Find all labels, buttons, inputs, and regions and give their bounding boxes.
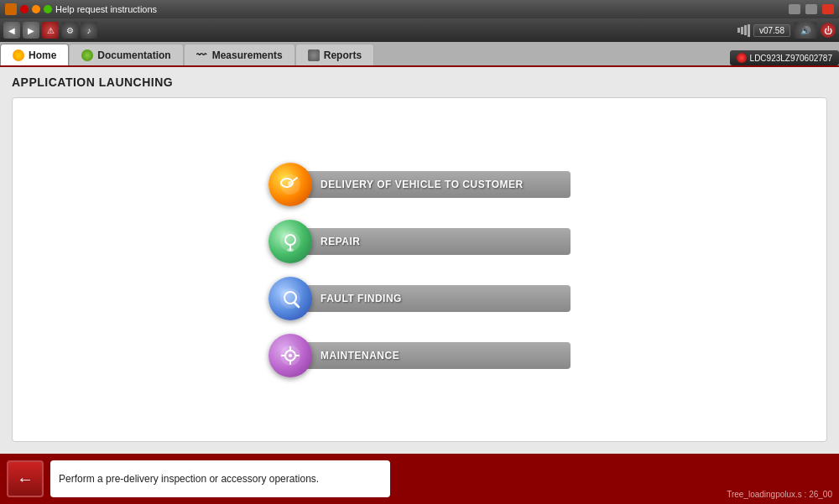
tab-reports[interactable]: Reports xyxy=(295,44,374,65)
traffic-light-orange xyxy=(32,5,40,13)
maintenance-icon xyxy=(268,334,312,377)
vehicle-id-badge: LDC923LZ970602787 xyxy=(730,50,839,65)
toolbar-right: v07.58 🔊 ⏻ xyxy=(737,22,836,39)
delivery-label: DELIVERY OF VEHICLE TO CUSTOMER xyxy=(307,171,571,198)
documentation-tab-icon xyxy=(81,49,93,61)
fault-button[interactable]: FAULT FINDING xyxy=(268,277,571,320)
file-info: Tree_loadingpolux.s : 26_00 xyxy=(727,490,832,501)
home-tab-icon xyxy=(13,49,24,61)
status-text: Perform a pre-delivery inspection or acc… xyxy=(59,473,319,485)
delivery-button[interactable]: DELIVERY OF VEHICLE TO CUSTOMER xyxy=(268,163,571,206)
delivery-icon xyxy=(268,163,312,206)
tab-documentation[interactable]: Documentation xyxy=(69,44,183,65)
nav-forward-icon[interactable]: ▶ xyxy=(23,22,39,39)
repair-button[interactable]: REPAIR xyxy=(268,220,571,263)
bottom-bar: ← Perform a pre-delivery inspection or a… xyxy=(0,454,839,504)
content-panel: DELIVERY OF VEHICLE TO CUSTOMER REPAIR xyxy=(12,97,827,442)
volume-icon[interactable]: ♪ xyxy=(81,22,97,39)
back-button[interactable]: ← xyxy=(7,460,44,497)
measurements-tab-icon: 〰 xyxy=(196,49,208,61)
tab-home-label: Home xyxy=(29,49,56,61)
maximize-button[interactable] xyxy=(805,4,817,14)
traffic-light-red xyxy=(20,5,29,13)
svg-point-13 xyxy=(289,354,292,357)
close-button[interactable] xyxy=(822,4,834,14)
audio-icon[interactable]: 🔊 xyxy=(794,22,817,39)
tab-home[interactable]: Home xyxy=(0,44,69,65)
vehicle-id-icon xyxy=(737,53,747,63)
minimize-button[interactable] xyxy=(789,4,800,14)
tab-measurements[interactable]: 〰 Measurements xyxy=(184,44,295,65)
version-badge: v07.58 xyxy=(753,24,790,37)
title-bar-left: Help request instructions xyxy=(5,3,157,15)
maintenance-label: MAINTENANCE xyxy=(307,342,571,369)
tab-measurements-label: Measurements xyxy=(212,49,283,61)
settings-icon[interactable]: ⚙ xyxy=(61,22,78,39)
page-title: APPLICATION LAUNCHING xyxy=(12,75,827,89)
repair-icon xyxy=(268,220,312,263)
toolbar-left: ◀ ▶ ⚠ ⚙ ♪ xyxy=(3,22,97,39)
main-content: APPLICATION LAUNCHING DELIVERY OF VEHICL… xyxy=(0,67,839,454)
tab-reports-label: Reports xyxy=(324,49,362,61)
fault-icon xyxy=(268,277,312,320)
svg-point-7 xyxy=(287,248,294,252)
tab-documentation-label: Documentation xyxy=(97,49,170,61)
maintenance-button[interactable]: MAINTENANCE xyxy=(268,334,571,377)
app-icon xyxy=(5,3,17,15)
nav-back-icon[interactable]: ◀ xyxy=(3,22,20,39)
toolbar-nav-icons: ◀ ▶ ⚠ ⚙ ♪ xyxy=(3,22,97,39)
reports-tab-icon xyxy=(308,49,320,61)
title-bar: Help request instructions xyxy=(0,0,839,18)
svg-point-2 xyxy=(288,181,293,186)
toolbar: ◀ ▶ ⚠ ⚙ ♪ v07.58 🔊 ⏻ xyxy=(0,18,839,42)
repair-label: REPAIR xyxy=(307,228,571,255)
power-icon[interactable]: ⏻ xyxy=(821,23,836,38)
vehicle-id-text: LDC923LZ970602787 xyxy=(750,54,832,63)
fault-label: FAULT FINDING xyxy=(307,285,571,312)
signal-icon xyxy=(737,24,750,37)
traffic-light-green xyxy=(44,5,52,13)
back-arrow-icon: ← xyxy=(17,470,34,489)
title-bar-right xyxy=(789,4,834,14)
warning-icon[interactable]: ⚠ xyxy=(42,22,59,39)
tab-bar: Home Documentation 〰 Measurements Report… xyxy=(0,42,839,67)
title-bar-title: Help request instructions xyxy=(55,4,157,14)
status-text-box: Perform a pre-delivery inspection or acc… xyxy=(50,460,390,497)
